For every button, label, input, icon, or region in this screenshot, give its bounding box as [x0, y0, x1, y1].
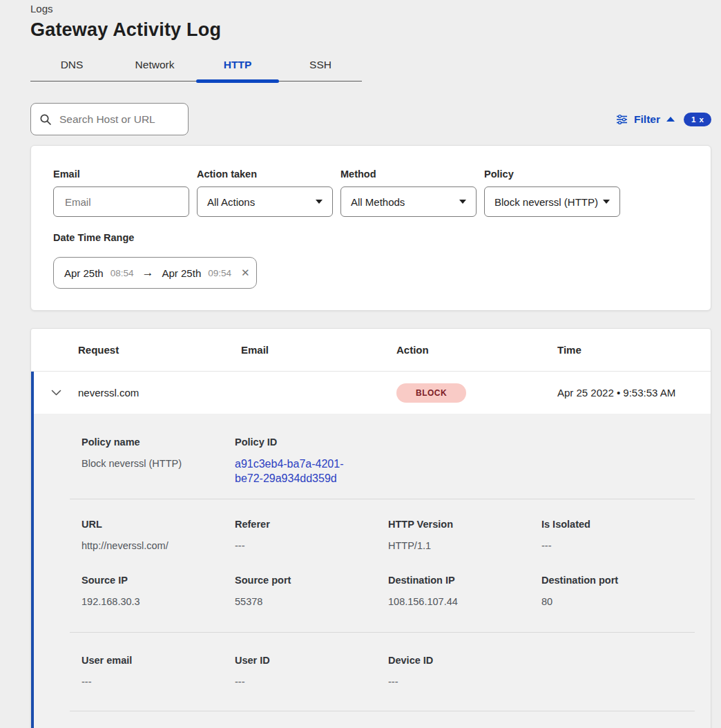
- policy-name-label: Policy name: [81, 437, 235, 448]
- policy-id-link[interactable]: a91c3eb4-ba7a-4201-be72-29a934dd359d: [235, 457, 370, 486]
- caret-up-icon: [666, 117, 675, 122]
- policy-name-cell: Policy name Block neverssl (HTTP): [81, 437, 235, 486]
- source-port-value: 55378: [235, 595, 388, 609]
- radar-link-section: View domain details in Radar →: [34, 711, 711, 728]
- destination-ip-label: Destination IP: [388, 575, 541, 586]
- status-badge: BLOCK: [396, 383, 466, 403]
- datetime-range-label: Date Time Range: [53, 232, 689, 243]
- filter-sliders-icon: [616, 114, 628, 125]
- action-taken-value: All Actions: [207, 196, 255, 208]
- http-version-label: HTTP Version: [388, 519, 541, 530]
- filter-panel: Email Action taken All Actions Method Al…: [30, 145, 711, 311]
- policy-select[interactable]: Block neverssl (HTTP): [484, 186, 620, 217]
- source-port-label: Source port: [235, 575, 388, 586]
- method-select[interactable]: All Methods: [340, 186, 477, 217]
- filter-field-action: Action taken All Actions: [197, 169, 333, 217]
- device-id-value: ---: [388, 675, 541, 689]
- user-section: User email --- User ID --- Device ID ---: [34, 633, 711, 711]
- policy-id-label: Policy ID: [235, 437, 388, 448]
- filter-field-method: Method All Methods: [340, 169, 477, 217]
- tab-http[interactable]: HTTP: [196, 50, 279, 81]
- user-email-label: User email: [81, 655, 235, 666]
- is-isolated-label: Is Isolated: [541, 519, 695, 530]
- caret-down-icon: [459, 200, 466, 204]
- policy-filter-label: Policy: [484, 169, 620, 180]
- filter-field-datetime: Date Time Range Apr 25th 08:54 → Apr 25t…: [53, 232, 689, 289]
- device-id-label: Device ID: [388, 655, 541, 666]
- destination-ip-value: 108.156.107.44: [388, 595, 541, 609]
- filter-toggle[interactable]: Filter 1 x: [616, 113, 711, 126]
- url-value: http://neverssl.com/: [81, 539, 235, 553]
- search-box[interactable]: [30, 103, 189, 135]
- http-network-section: URL http://neverssl.com/ Referer --- HTT…: [34, 499, 711, 632]
- user-id-value: ---: [235, 675, 388, 689]
- filter-field-email: Email: [53, 169, 189, 217]
- action-filter-label: Action taken: [197, 169, 333, 180]
- method-filter-label: Method: [340, 169, 477, 180]
- caret-down-icon: [603, 200, 610, 204]
- arrow-right-icon: →: [141, 266, 155, 280]
- tab-dns[interactable]: DNS: [30, 50, 113, 81]
- user-id-label: User ID: [235, 655, 388, 666]
- column-header-action: Action: [396, 344, 557, 356]
- toolbar: Filter 1 x: [30, 103, 711, 135]
- policy-id-cell: Policy ID a91c3eb4-ba7a-4201-be72-29a934…: [235, 437, 388, 486]
- search-icon: [39, 113, 52, 126]
- referer-label: Referer: [235, 519, 388, 530]
- chevron-down-icon[interactable]: [34, 390, 78, 396]
- email-filter-input[interactable]: [64, 195, 179, 209]
- action-taken-select[interactable]: All Actions: [197, 186, 333, 217]
- email-filter-label: Email: [53, 169, 189, 180]
- column-header-email: Email: [241, 344, 396, 356]
- policy-name-value: Block neverssl (HTTP): [81, 457, 235, 471]
- source-ip-label: Source IP: [81, 575, 235, 586]
- log-detail-panel: Policy name Block neverssl (HTTP) Policy…: [34, 414, 711, 728]
- http-version-value: HTTP/1.1: [388, 539, 541, 553]
- range-start-date[interactable]: Apr 25th: [64, 267, 104, 279]
- filter-label: Filter: [634, 113, 660, 126]
- breadcrumb[interactable]: Logs: [30, 0, 711, 15]
- search-input[interactable]: [58, 113, 180, 126]
- table-header-row: Request Email Action Time: [31, 329, 711, 372]
- table-row[interactable]: neverssl.com BLOCK Apr 25 2022 • 9:53:53…: [34, 372, 711, 414]
- tab-ssh[interactable]: SSH: [279, 50, 362, 81]
- is-isolated-value: ---: [541, 539, 695, 553]
- row-time: Apr 25 2022 • 9:53:53 AM: [557, 387, 711, 399]
- tab-network[interactable]: Network: [113, 50, 196, 81]
- referer-value: ---: [235, 539, 388, 553]
- filter-field-policy: Policy Block neverssl (HTTP): [484, 169, 620, 217]
- log-table: Request Email Action Time neverssl.com B…: [30, 328, 711, 728]
- policy-section: Policy name Block neverssl (HTTP) Policy…: [34, 414, 711, 499]
- expanded-log-entry: neverssl.com BLOCK Apr 25 2022 • 9:53:53…: [31, 372, 711, 728]
- user-email-value: ---: [81, 675, 235, 689]
- url-label: URL: [81, 519, 235, 530]
- page: Logs Gateway Activity Log DNS Network HT…: [0, 0, 721, 728]
- datetime-range-picker[interactable]: Apr 25th 08:54 → Apr 25th 09:54 ✕: [53, 257, 257, 289]
- close-icon[interactable]: ✕: [241, 267, 250, 279]
- range-start-time[interactable]: 08:54: [110, 268, 134, 278]
- filter-count-badge[interactable]: 1 x: [684, 113, 711, 126]
- row-request: neverssl.com: [78, 387, 241, 399]
- caret-down-icon: [316, 200, 323, 204]
- page-title: Gateway Activity Log: [30, 19, 711, 41]
- range-end-time[interactable]: 09:54: [208, 268, 231, 278]
- active-tab-indicator: [196, 79, 279, 83]
- tab-bar: DNS Network HTTP SSH: [30, 50, 362, 82]
- destination-port-label: Destination port: [541, 575, 695, 586]
- method-value: All Methods: [351, 196, 405, 208]
- range-end-date[interactable]: Apr 25th: [162, 267, 202, 279]
- source-ip-value: 192.168.30.3: [81, 595, 235, 609]
- column-header-time: Time: [557, 344, 711, 356]
- policy-value: Block neverssl (HTTP): [494, 196, 598, 208]
- destination-port-value: 80: [541, 595, 695, 609]
- column-header-request: Request: [78, 344, 241, 356]
